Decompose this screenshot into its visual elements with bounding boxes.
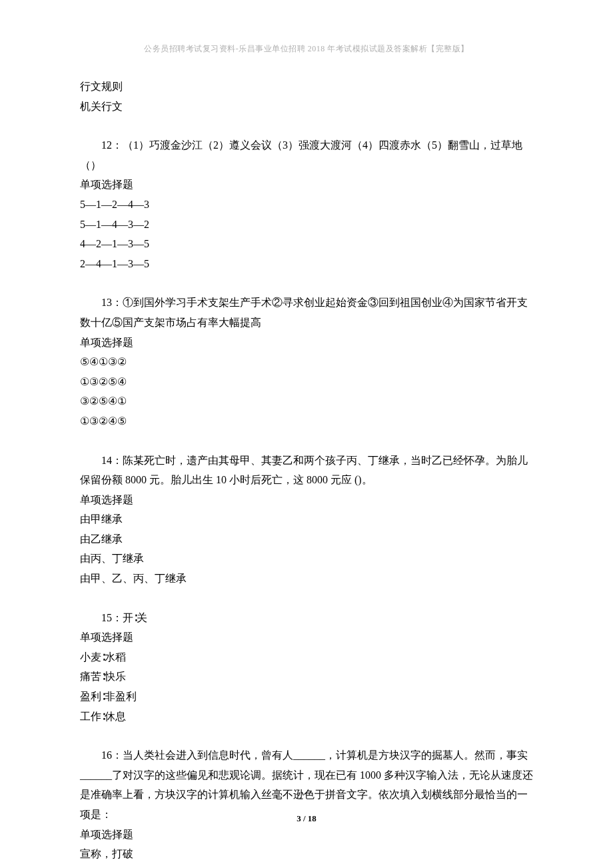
q15-stem: 15：开∶关: [80, 608, 533, 628]
q15-type: 单项选择题: [80, 627, 533, 647]
question-12: 12：（1）巧渡金沙江（2）遵义会议（3）强渡大渡河（4）四渡赤水（5）翻雪山，…: [80, 135, 533, 273]
q12-stem: 12：（1）巧渡金沙江（2）遵义会议（3）强渡大渡河（4）四渡赤水（5）翻雪山，…: [80, 135, 533, 175]
q14-opt-a: 由甲继承: [80, 509, 533, 529]
q13-opt-c: ③②⑤④①: [80, 391, 533, 411]
q13-opt-b: ①③②⑤④: [80, 372, 533, 392]
q14-stem: 14：陈某死亡时，遗产由其母甲、其妻乙和两个孩子丙、丁继承，当时乙已经怀孕。为胎…: [80, 451, 533, 490]
q14-type: 单项选择题: [80, 490, 533, 510]
continuation-block: 行文规则 机关行文: [80, 77, 533, 116]
q16-opt-b: 断言，粉碎: [80, 864, 533, 868]
question-13: 13：①到国外学习手术支架生产手术②寻求创业起始资金③回到祖国创业④为国家节省开…: [80, 293, 533, 431]
q12-opt-a: 5—1—2—4—3: [80, 195, 533, 215]
page-content: 行文规则 机关行文 12：（1）巧渡金沙江（2）遵义会议（3）强渡大渡河（4）四…: [80, 77, 533, 868]
q15-opt-c: 盈利∶非盈利: [80, 687, 533, 707]
question-16: 16：当人类社会进入到信息时代，曾有人______，计算机是方块汉字的掘墓人。然…: [80, 745, 533, 868]
page-header: 公务员招聘考试复习资料-乐昌事业单位招聘 2018 年考试模拟试题及答案解析【完…: [0, 41, 613, 56]
q16-opt-a: 宣称，打破: [80, 844, 533, 864]
q14-opt-d: 由甲、乙、丙、丁继承: [80, 569, 533, 589]
q12-opt-d: 2—4—1—3—5: [80, 254, 533, 274]
q13-opt-a: ⑤④①③②: [80, 352, 533, 372]
q13-stem: 13：①到国外学习手术支架生产手术②寻求创业起始资金③回到祖国创业④为国家节省开…: [80, 293, 533, 332]
question-15: 15：开∶关 单项选择题 小麦∶水稻 痛苦∶快乐 盈利∶非盈利 工作∶休息: [80, 608, 533, 727]
q15-opt-a: 小麦∶水稻: [80, 647, 533, 667]
q15-opt-b: 痛苦∶快乐: [80, 667, 533, 687]
cont-line2: 机关行文: [80, 97, 533, 117]
cont-line1: 行文规则: [80, 77, 533, 97]
question-14: 14：陈某死亡时，遗产由其母甲、其妻乙和两个孩子丙、丁继承，当时乙已经怀孕。为胎…: [80, 451, 533, 589]
page-total: 18: [308, 813, 316, 823]
q12-opt-c: 4—2—1—3—5: [80, 234, 533, 254]
q13-opt-d: ①③②④⑤: [80, 411, 533, 431]
header-text: 公务员招聘考试复习资料-乐昌事业单位招聘 2018 年考试模拟试题及答案解析【完…: [144, 44, 469, 53]
q13-type: 单项选择题: [80, 333, 533, 353]
q15-opt-d: 工作∶休息: [80, 707, 533, 727]
q16-type: 单项选择题: [80, 825, 533, 845]
q12-opt-b: 5—1—4—3—2: [80, 215, 533, 235]
q12-type: 单项选择题: [80, 175, 533, 195]
page-footer: 3 / 18: [0, 811, 613, 827]
q14-opt-b: 由乙继承: [80, 529, 533, 549]
q14-opt-c: 由丙、丁继承: [80, 549, 533, 569]
page-sep: /: [301, 813, 308, 823]
